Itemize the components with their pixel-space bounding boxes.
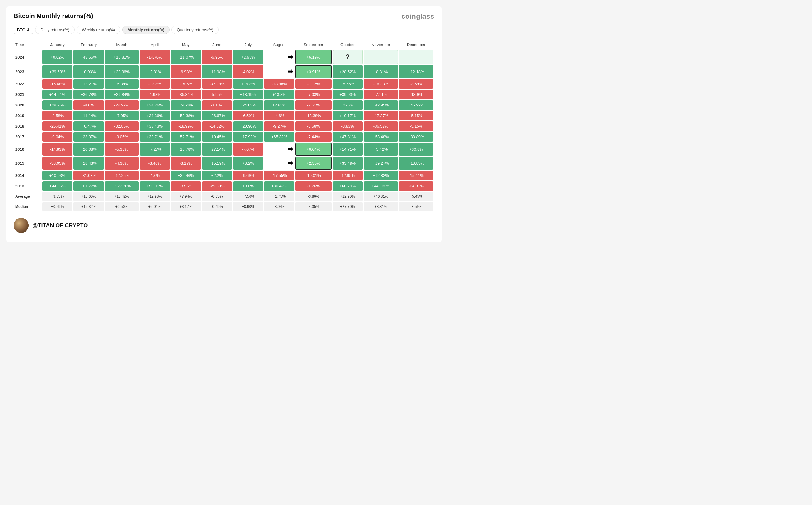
data-cell: +39.93% bbox=[333, 90, 363, 99]
average-row: Average+3.35%+15.66%+13.42%+12.98%+7.94%… bbox=[15, 192, 434, 201]
data-cell: -3.18% bbox=[202, 100, 232, 110]
data-cell: +16.8% bbox=[233, 79, 263, 89]
data-cell: +6.19% bbox=[295, 50, 331, 64]
data-cell: -34.81% bbox=[399, 181, 434, 191]
data-cell: +0.47% bbox=[73, 122, 104, 131]
table-row: 2020+29.95%-8.6%-24.92%+34.26%+9.51%-3.1… bbox=[15, 100, 434, 110]
data-cell: -17.25% bbox=[105, 171, 139, 180]
asset-selector[interactable]: BTC ⇕ bbox=[14, 25, 33, 34]
tab-weekly[interactable]: Weekly returns(%) bbox=[76, 25, 120, 34]
data-cell: +13.8% bbox=[264, 90, 294, 99]
data-cell: -18.99% bbox=[171, 122, 201, 131]
data-cell: +0.62% bbox=[42, 50, 72, 64]
year-cell: 2017 bbox=[15, 132, 41, 142]
table-row: 2014+10.03%-31.03%-17.25%-1.6%+39.46%+2.… bbox=[15, 171, 434, 180]
data-cell: +10.03% bbox=[42, 171, 72, 180]
data-cell: -16.23% bbox=[364, 79, 398, 89]
average-cell: +12.98% bbox=[140, 192, 170, 201]
data-cell: -3.83% bbox=[333, 122, 363, 131]
data-cell: -3.46% bbox=[140, 157, 170, 170]
average-cell: +22.90% bbox=[333, 192, 363, 201]
year-cell: 2018 bbox=[15, 122, 41, 131]
median-cell: +0.29% bbox=[42, 202, 72, 211]
data-cell: +15.19% bbox=[202, 157, 232, 170]
data-cell: -37.28% bbox=[202, 79, 232, 89]
data-cell: +2.81% bbox=[140, 65, 170, 78]
data-cell: +60.79% bbox=[333, 181, 363, 191]
table-row: 2013+44.05%+61.77%+172.76%+50.01%-8.56%-… bbox=[15, 181, 434, 191]
tab-monthly[interactable]: Monthly returns(%) bbox=[122, 25, 170, 34]
median-cell: +3.17% bbox=[171, 202, 201, 211]
data-cell: -7.11% bbox=[364, 90, 398, 99]
data-cell: -36.57% bbox=[364, 122, 398, 131]
tab-daily[interactable]: Daily returns(%) bbox=[35, 25, 75, 34]
year-cell: 2020 bbox=[15, 100, 41, 110]
data-cell: -14.83% bbox=[42, 143, 72, 156]
data-cell: +10.45% bbox=[202, 132, 232, 142]
col-header-jan: January bbox=[42, 40, 72, 49]
data-cell: +2.35% bbox=[295, 157, 331, 170]
col-header-oct: October bbox=[333, 40, 363, 49]
data-cell: -32.85% bbox=[105, 122, 139, 131]
median-cell: -0.49% bbox=[202, 202, 232, 211]
data-cell: +34.36% bbox=[140, 111, 170, 121]
data-cell: +24.03% bbox=[233, 100, 263, 110]
table-row: 2018-25.41%+0.47%-32.85%+33.43%-18.99%-1… bbox=[15, 122, 434, 131]
median-cell: +27.70% bbox=[333, 202, 363, 211]
col-header-may: May bbox=[171, 40, 201, 49]
year-cell: 2019 bbox=[15, 111, 41, 121]
avatar-image bbox=[14, 218, 29, 233]
page-title: Bitcoin Monthly returns(%) bbox=[14, 12, 93, 20]
data-cell: -8.6% bbox=[73, 100, 104, 110]
average-cell: +46.81% bbox=[364, 192, 398, 201]
data-cell: -7.51% bbox=[295, 100, 331, 110]
year-cell: 2014 bbox=[15, 171, 41, 180]
data-cell: -5.58% bbox=[295, 122, 331, 131]
data-cell: -17.55% bbox=[264, 171, 294, 180]
data-cell: ➡ bbox=[264, 65, 294, 78]
col-header-apr: April bbox=[140, 40, 170, 49]
median-cell: +8.90% bbox=[233, 202, 263, 211]
table-row: 2021+14.51%+36.78%+29.84%-1.98%-35.31%-5… bbox=[15, 90, 434, 99]
data-cell: +8.2% bbox=[233, 157, 263, 170]
year-cell: 2016 bbox=[15, 143, 41, 156]
data-cell: +30.8% bbox=[399, 143, 434, 156]
data-cell: +29.84% bbox=[105, 90, 139, 99]
avatar bbox=[14, 218, 29, 233]
data-cell: +13.83% bbox=[399, 157, 434, 170]
data-cell: +8.81% bbox=[364, 65, 398, 78]
data-cell: -4.6% bbox=[264, 111, 294, 121]
median-cell: +0.50% bbox=[105, 202, 139, 211]
table-row: 2023+39.63%+0.03%+22.96%+2.81%-6.98%+11.… bbox=[15, 65, 434, 78]
median-label: Median bbox=[15, 202, 41, 211]
data-cell: -7.44% bbox=[295, 132, 331, 142]
data-cell: +20.08% bbox=[73, 143, 104, 156]
data-cell: -29.89% bbox=[202, 181, 232, 191]
data-cell: +20.96% bbox=[233, 122, 263, 131]
data-cell: +12.18% bbox=[399, 65, 434, 78]
data-cell: +7.27% bbox=[140, 143, 170, 156]
data-cell: +449.35% bbox=[364, 181, 398, 191]
year-cell: 2015 bbox=[15, 157, 41, 170]
data-cell: +39.46% bbox=[171, 171, 201, 180]
data-cell: +33.43% bbox=[140, 122, 170, 131]
median-cell: +5.04% bbox=[140, 202, 170, 211]
data-cell: +47.81% bbox=[333, 132, 363, 142]
data-cell: +27.14% bbox=[202, 143, 232, 156]
data-cell: +9.51% bbox=[171, 100, 201, 110]
tab-quarterly[interactable]: Quarterly returns(%) bbox=[172, 25, 219, 34]
username: @TITAN OF CRYPTO bbox=[32, 222, 88, 229]
table-row: 2016-14.83%+20.08%-5.35%+7.27%+18.78%+27… bbox=[15, 143, 434, 156]
data-cell: +6.04% bbox=[295, 143, 331, 156]
data-cell: -6.96% bbox=[202, 50, 232, 64]
data-cell: +5.42% bbox=[364, 143, 398, 156]
data-cell: -5.15% bbox=[399, 122, 434, 131]
data-cell: +11.14% bbox=[73, 111, 104, 121]
table-row: 2019-8.58%+11.14%+7.05%+34.36%+52.38%+26… bbox=[15, 111, 434, 121]
data-cell: +22.96% bbox=[105, 65, 139, 78]
data-cell: -9.05% bbox=[105, 132, 139, 142]
data-cell: -18.9% bbox=[399, 90, 434, 99]
data-cell: +52.71% bbox=[171, 132, 201, 142]
col-header-sep: September bbox=[295, 40, 331, 49]
average-cell: -0.35% bbox=[202, 192, 232, 201]
